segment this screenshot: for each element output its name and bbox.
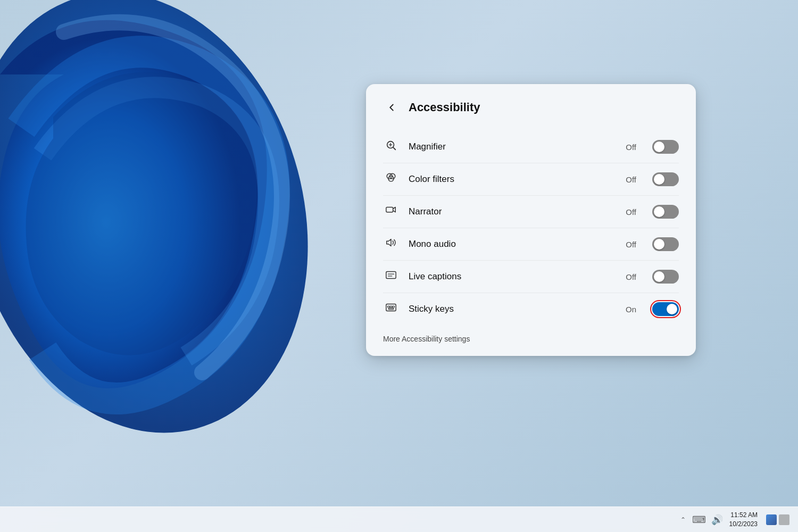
panel-header: Accessibility [383,99,679,116]
taskbar-icons: ⌨ 🔊 [692,514,723,526]
panel-title: Accessibility [409,101,480,114]
magnifier-label: Magnifier [409,142,616,152]
clock[interactable]: 11:52 AM 10/2/2023 [729,511,758,529]
live-captions-toggle[interactable] [652,270,679,284]
narrator-toggle[interactable] [652,205,679,219]
system-tray-expand[interactable]: ⌃ [680,516,686,523]
narrator-toggle-thumb [654,206,664,217]
svg-rect-14 [388,306,390,307]
more-accessibility-link[interactable]: More Accessibility settings [383,335,679,343]
color-filters-status: Off [626,175,636,184]
svg-rect-17 [388,308,393,309]
settings-row-narrator: NarratorOff [383,196,679,228]
sticky-keys-toggle-thumb [667,304,677,314]
svg-rect-15 [390,306,392,307]
settings-list: MagnifierOffColor filtersOffNarratorOffM… [383,131,679,325]
sticky-keys-icon [383,302,399,317]
color-filters-label: Color filters [409,174,616,185]
sticky-keys-label: Sticky keys [409,304,616,314]
mono-audio-label: Mono audio [409,239,616,250]
live-captions-toggle-thumb [654,271,664,282]
svg-line-2 [393,147,395,149]
color-filters-icon [383,172,399,187]
narrator-status: Off [626,207,636,217]
windows-icon[interactable] [766,514,777,525]
narrator-label: Narrator [409,206,616,217]
live-captions-status: Off [626,272,636,281]
settings-row-live-captions: Live captionsOff [383,261,679,293]
accessibility-panel: Accessibility MagnifierOffColor filtersO… [366,84,696,356]
settings-row-color-filters: Color filtersOff [383,163,679,196]
sticky-keys-toggle-track [652,302,679,316]
live-captions-label: Live captions [409,271,616,282]
svg-rect-10 [386,272,396,279]
mono-audio-toggle-thumb [654,239,664,250]
keyboard-icon[interactable]: ⌨ [692,514,706,526]
magnifier-toggle-thumb [654,142,664,152]
mono-audio-toggle[interactable] [652,237,679,251]
magnifier-toggle[interactable] [652,140,679,154]
mono-audio-status: Off [626,240,636,249]
color-filters-toggle[interactable] [652,172,679,186]
clock-time: 11:52 AM [730,511,758,520]
taskbar: ⌃ ⌨ 🔊 11:52 AM 10/2/2023 [0,506,798,532]
windows-swirl [0,0,330,458]
live-captions-icon [383,269,399,284]
magnifier-icon [383,139,399,154]
sticky-keys-status: On [626,305,636,314]
clock-date: 10/2/2023 [729,520,758,529]
settings-row-sticky-keys: Sticky keysOn [383,293,679,325]
svg-rect-8 [386,207,393,212]
corner-icon-2[interactable] [779,514,789,525]
sticky-keys-toggle[interactable] [652,302,679,316]
live-captions-toggle-track [652,270,679,284]
magnifier-status: Off [626,143,636,152]
narrator-toggle-track [652,205,679,219]
color-filters-toggle-track [652,172,679,186]
corner-icons [766,514,789,525]
settings-row-magnifier: MagnifierOff [383,131,679,163]
color-filters-toggle-thumb [654,174,664,185]
back-button[interactable] [383,99,400,116]
settings-row-mono-audio: Mono audioOff [383,228,679,261]
magnifier-toggle-track [652,140,679,154]
svg-rect-16 [393,306,395,307]
svg-marker-9 [387,239,391,246]
mono-audio-toggle-track [652,237,679,251]
back-icon [386,102,397,113]
mono-audio-icon [383,237,399,252]
speaker-icon[interactable]: 🔊 [711,514,723,526]
narrator-icon [383,204,399,219]
